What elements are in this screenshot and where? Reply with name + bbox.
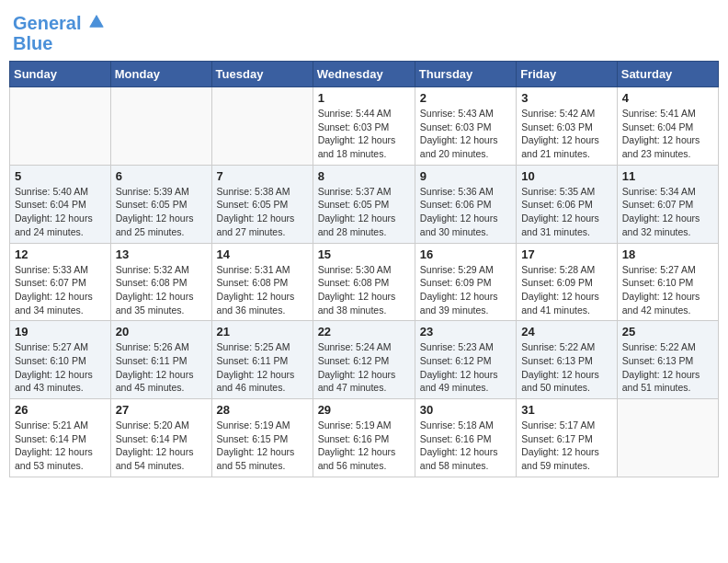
day-number: 13	[116, 247, 207, 261]
day-content: Sunrise: 5:22 AM Sunset: 6:13 PM Dayligh…	[622, 340, 713, 395]
day-number: 25	[622, 325, 713, 339]
day-content: Sunrise: 5:19 AM Sunset: 6:16 PM Dayligh…	[318, 419, 410, 473]
day-number: 2	[420, 91, 511, 105]
day-number: 22	[318, 325, 410, 339]
day-number: 4	[622, 91, 713, 105]
calendar-cell: 12Sunrise: 5:33 AM Sunset: 6:07 PM Dayli…	[10, 243, 111, 321]
calendar-cell: 21Sunrise: 5:25 AM Sunset: 6:11 PM Dayli…	[211, 321, 313, 399]
calendar-week-4: 19Sunrise: 5:27 AM Sunset: 6:10 PM Dayli…	[10, 321, 719, 399]
calendar-cell: 20Sunrise: 5:26 AM Sunset: 6:11 PM Dayli…	[110, 321, 211, 399]
calendar-cell: 27Sunrise: 5:20 AM Sunset: 6:14 PM Dayli…	[110, 399, 211, 477]
day-number: 9	[420, 169, 511, 183]
day-number: 6	[116, 169, 207, 183]
day-number: 7	[217, 169, 308, 183]
day-number: 27	[116, 403, 207, 417]
calendar-cell: 26Sunrise: 5:21 AM Sunset: 6:14 PM Dayli…	[10, 399, 111, 477]
header-wednesday: Wednesday	[313, 62, 415, 87]
calendar-cell: 18Sunrise: 5:27 AM Sunset: 6:10 PM Dayli…	[617, 243, 718, 321]
calendar-cell: 24Sunrise: 5:22 AM Sunset: 6:13 PM Dayli…	[517, 321, 618, 399]
calendar-cell: 7Sunrise: 5:38 AM Sunset: 6:05 PM Daylig…	[211, 165, 313, 243]
calendar-cell	[10, 87, 111, 166]
day-number: 28	[217, 403, 308, 417]
header-monday: Monday	[110, 62, 211, 87]
calendar-cell: 9Sunrise: 5:36 AM Sunset: 6:06 PM Daylig…	[415, 165, 516, 243]
day-number: 30	[420, 403, 511, 417]
day-content: Sunrise: 5:35 AM Sunset: 6:06 PM Dayligh…	[521, 185, 612, 239]
calendar-cell: 6Sunrise: 5:39 AM Sunset: 6:05 PM Daylig…	[110, 165, 211, 243]
calendar-header-row: SundayMondayTuesdayWednesdayThursdayFrid…	[10, 62, 719, 87]
calendar-table: SundayMondayTuesdayWednesdayThursdayFrid…	[9, 61, 719, 477]
day-content: Sunrise: 5:25 AM Sunset: 6:11 PM Dayligh…	[217, 340, 308, 395]
day-number: 12	[15, 247, 106, 261]
page-header: General Blue	[9, 9, 719, 53]
day-content: Sunrise: 5:22 AM Sunset: 6:13 PM Dayligh…	[521, 340, 612, 395]
calendar-cell: 19Sunrise: 5:27 AM Sunset: 6:10 PM Dayli…	[10, 321, 111, 399]
day-content: Sunrise: 5:31 AM Sunset: 6:08 PM Dayligh…	[217, 263, 308, 317]
day-number: 8	[318, 169, 410, 183]
day-content: Sunrise: 5:29 AM Sunset: 6:09 PM Dayligh…	[420, 263, 511, 317]
calendar-cell: 22Sunrise: 5:24 AM Sunset: 6:12 PM Dayli…	[313, 321, 415, 399]
day-content: Sunrise: 5:37 AM Sunset: 6:05 PM Dayligh…	[318, 185, 410, 239]
calendar-cell: 11Sunrise: 5:34 AM Sunset: 6:07 PM Dayli…	[617, 165, 718, 243]
day-number: 5	[15, 169, 106, 183]
day-number: 29	[318, 403, 410, 417]
day-number: 20	[116, 325, 207, 339]
calendar-cell: 10Sunrise: 5:35 AM Sunset: 6:06 PM Dayli…	[517, 165, 618, 243]
day-number: 24	[521, 325, 612, 339]
day-content: Sunrise: 5:36 AM Sunset: 6:06 PM Dayligh…	[420, 185, 511, 239]
header-friday: Friday	[517, 62, 618, 87]
header-saturday: Saturday	[617, 62, 718, 87]
day-number: 14	[217, 247, 308, 261]
calendar-cell: 8Sunrise: 5:37 AM Sunset: 6:05 PM Daylig…	[313, 165, 415, 243]
day-number: 21	[217, 325, 308, 339]
logo-text: General	[13, 13, 105, 33]
calendar-cell: 15Sunrise: 5:30 AM Sunset: 6:08 PM Dayli…	[313, 243, 415, 321]
day-content: Sunrise: 5:41 AM Sunset: 6:04 PM Dayligh…	[622, 107, 713, 161]
day-number: 1	[318, 91, 410, 105]
calendar-cell	[617, 399, 718, 477]
calendar-cell: 31Sunrise: 5:17 AM Sunset: 6:17 PM Dayli…	[517, 399, 618, 477]
day-content: Sunrise: 5:43 AM Sunset: 6:03 PM Dayligh…	[420, 107, 511, 161]
day-content: Sunrise: 5:38 AM Sunset: 6:05 PM Dayligh…	[217, 185, 308, 239]
calendar-week-3: 12Sunrise: 5:33 AM Sunset: 6:07 PM Dayli…	[10, 243, 719, 321]
calendar-cell: 4Sunrise: 5:41 AM Sunset: 6:04 PM Daylig…	[617, 87, 718, 166]
day-number: 15	[318, 247, 410, 261]
day-number: 11	[622, 169, 713, 183]
logo-blue: Blue	[13, 33, 105, 53]
calendar-week-5: 26Sunrise: 5:21 AM Sunset: 6:14 PM Dayli…	[10, 399, 719, 477]
calendar-cell: 25Sunrise: 5:22 AM Sunset: 6:13 PM Dayli…	[617, 321, 718, 399]
day-number: 26	[15, 403, 106, 417]
day-content: Sunrise: 5:28 AM Sunset: 6:09 PM Dayligh…	[521, 263, 612, 317]
day-content: Sunrise: 5:18 AM Sunset: 6:16 PM Dayligh…	[420, 419, 511, 473]
day-number: 31	[521, 403, 612, 417]
day-content: Sunrise: 5:24 AM Sunset: 6:12 PM Dayligh…	[318, 340, 410, 395]
logo-icon	[88, 13, 105, 29]
calendar-cell: 30Sunrise: 5:18 AM Sunset: 6:16 PM Dayli…	[415, 399, 516, 477]
calendar-cell: 13Sunrise: 5:32 AM Sunset: 6:08 PM Dayli…	[110, 243, 211, 321]
day-number: 18	[622, 247, 713, 261]
day-content: Sunrise: 5:27 AM Sunset: 6:10 PM Dayligh…	[622, 263, 713, 317]
calendar-cell: 17Sunrise: 5:28 AM Sunset: 6:09 PM Dayli…	[517, 243, 618, 321]
day-number: 23	[420, 325, 511, 339]
day-number: 17	[521, 247, 612, 261]
day-content: Sunrise: 5:42 AM Sunset: 6:03 PM Dayligh…	[521, 107, 612, 161]
day-content: Sunrise: 5:39 AM Sunset: 6:05 PM Dayligh…	[116, 185, 207, 239]
calendar-cell: 28Sunrise: 5:19 AM Sunset: 6:15 PM Dayli…	[211, 399, 313, 477]
day-number: 10	[521, 169, 612, 183]
calendar-cell	[211, 87, 313, 166]
day-content: Sunrise: 5:33 AM Sunset: 6:07 PM Dayligh…	[15, 263, 106, 317]
calendar-week-2: 5Sunrise: 5:40 AM Sunset: 6:04 PM Daylig…	[10, 165, 719, 243]
header-sunday: Sunday	[10, 62, 111, 87]
day-number: 16	[420, 247, 511, 261]
day-number: 3	[521, 91, 612, 105]
day-content: Sunrise: 5:32 AM Sunset: 6:08 PM Dayligh…	[116, 263, 207, 317]
calendar-cell: 1Sunrise: 5:44 AM Sunset: 6:03 PM Daylig…	[313, 87, 415, 166]
day-content: Sunrise: 5:44 AM Sunset: 6:03 PM Dayligh…	[318, 107, 410, 161]
calendar-cell	[110, 87, 211, 166]
calendar-cell: 2Sunrise: 5:43 AM Sunset: 6:03 PM Daylig…	[415, 87, 516, 166]
calendar-cell: 29Sunrise: 5:19 AM Sunset: 6:16 PM Dayli…	[313, 399, 415, 477]
day-content: Sunrise: 5:40 AM Sunset: 6:04 PM Dayligh…	[15, 185, 106, 239]
calendar-week-1: 1Sunrise: 5:44 AM Sunset: 6:03 PM Daylig…	[10, 87, 719, 166]
calendar-cell: 5Sunrise: 5:40 AM Sunset: 6:04 PM Daylig…	[10, 165, 111, 243]
day-content: Sunrise: 5:17 AM Sunset: 6:17 PM Dayligh…	[521, 419, 612, 473]
